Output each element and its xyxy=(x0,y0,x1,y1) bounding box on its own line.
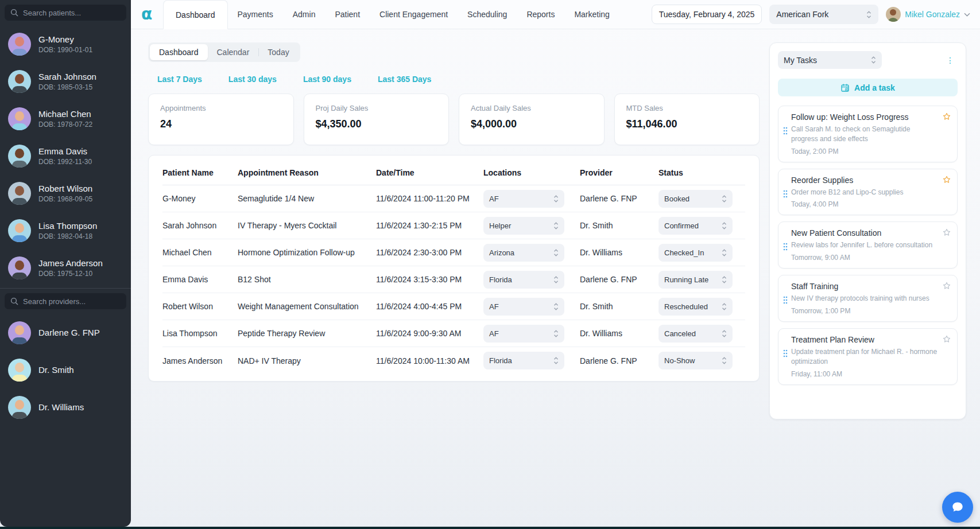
star-icon[interactable] xyxy=(942,112,951,121)
task-description: Update treatment plan for Michael R. - h… xyxy=(791,347,938,367)
status-select[interactable]: Confirmed xyxy=(659,217,733,235)
location-select-value: Florida xyxy=(489,275,512,284)
cell-datetime: 11/6/2024 1:30-2:15 PM xyxy=(376,221,483,230)
task-card[interactable]: Treatment Plan Review Update treatment p… xyxy=(778,328,958,385)
provider-list-item[interactable]: Dr. Williams xyxy=(0,388,131,426)
date-range-link[interactable]: Last 365 Days xyxy=(378,75,431,84)
status-select-value: Running Late xyxy=(664,275,708,284)
star-icon[interactable] xyxy=(942,175,951,184)
task-card[interactable]: Reorder Supplies Order more B12 and Lipo… xyxy=(778,169,958,216)
date-range-link[interactable]: Last 90 days xyxy=(303,75,351,84)
task-title: Treatment Plan Review xyxy=(791,335,938,344)
status-select[interactable]: Booked xyxy=(659,190,733,208)
provider-avatar xyxy=(8,359,31,382)
date-range-link[interactable]: Last 30 days xyxy=(228,75,277,84)
app-logo[interactable]: α xyxy=(141,6,158,22)
view-tab[interactable]: Today xyxy=(258,44,298,60)
content-area: Dashboard Calendar Today Last 7 Days Las… xyxy=(131,29,980,419)
nav-item[interactable]: Payments xyxy=(228,0,283,29)
patient-list-item[interactable]: Michael Chen DOB: 1978-07-22 xyxy=(0,100,131,137)
status-select[interactable]: Checked_In xyxy=(659,244,733,262)
table-row[interactable]: Lisa Thompson Peptide Therapy Review 11/… xyxy=(162,320,745,347)
app-root: G-Money DOB: 1990-01-01 Sarah Johnson DO… xyxy=(0,0,980,529)
task-card[interactable]: New Patient Consultation Review labs for… xyxy=(778,221,958,269)
star-icon[interactable] xyxy=(942,228,951,237)
chat-bubble-button[interactable] xyxy=(942,492,973,523)
cell-appointment-reason: Peptide Therapy Review xyxy=(238,329,376,338)
patient-dob: DOB: 1992-11-30 xyxy=(38,158,92,166)
view-tab[interactable]: Calendar xyxy=(208,44,259,60)
patient-list-item[interactable]: Lisa Thompson DOB: 1982-04-18 xyxy=(0,212,131,249)
location-select[interactable]: AF xyxy=(483,325,564,343)
status-select[interactable]: Running Late xyxy=(659,271,733,289)
provider-search-input[interactable] xyxy=(23,297,124,306)
drag-handle-icon[interactable] xyxy=(783,243,788,251)
status-select[interactable]: Canceled xyxy=(659,325,733,343)
cell-patient-name: Lisa Thompson xyxy=(162,329,238,338)
location-select[interactable]: American Fork xyxy=(769,5,878,24)
cell-datetime: 11/6/2024 2:30-3:00 PM xyxy=(376,248,483,257)
cell-datetime: 11/6/2024 10:00-11:30 AM xyxy=(376,356,483,365)
bottom-edge-strip xyxy=(0,527,980,529)
nav-item[interactable]: Scheduling xyxy=(458,0,517,29)
patient-list-item[interactable]: James Anderson DOB: 1975-12-10 xyxy=(0,249,131,286)
patient-list-item[interactable]: G-Money DOB: 1990-01-01 xyxy=(0,25,131,63)
provider-list-item[interactable]: Darlene G. FNP xyxy=(0,314,131,351)
nav-item[interactable]: Dashboard xyxy=(163,0,228,29)
location-select[interactable]: Helper xyxy=(483,217,564,235)
patient-list: G-Money DOB: 1990-01-01 Sarah Johnson DO… xyxy=(0,25,131,286)
table-row[interactable]: Michael Chen Hormone Optimization Follow… xyxy=(162,239,745,266)
user-name: Mikel Gonzalez xyxy=(905,10,960,19)
location-select[interactable]: AF xyxy=(483,190,564,208)
patient-list-item[interactable]: Robert Wilson DOB: 1968-09-05 xyxy=(0,174,131,212)
view-tab[interactable]: Dashboard xyxy=(150,44,208,60)
drag-handle-icon[interactable] xyxy=(783,190,788,198)
status-select[interactable]: Rescheduled xyxy=(659,298,733,316)
task-card[interactable]: Staff Training New IV therapy protocols … xyxy=(778,275,958,322)
nav-item[interactable]: Admin xyxy=(283,0,326,29)
date-range-link[interactable]: Last 7 Days xyxy=(157,75,202,84)
table-row[interactable]: Sarah Johnson IV Therapy - Myers Cocktai… xyxy=(162,212,745,239)
nav-item[interactable]: Client Engagement xyxy=(370,0,458,29)
cell-provider: Dr. Smith xyxy=(580,302,659,311)
patient-list-item[interactable]: Emma Davis DOB: 1992-11-30 xyxy=(0,137,131,174)
table-row[interactable]: G-Money Semaglutide 1/4 New 11/6/2024 11… xyxy=(162,185,745,212)
patient-search[interactable] xyxy=(5,5,126,21)
location-select[interactable]: Florida xyxy=(483,271,564,289)
table-row[interactable]: James Anderson NAD+ IV Therapy 11/6/2024… xyxy=(162,347,745,374)
stat-cards: Appointments 24 Proj Daily Sales $4,350.… xyxy=(148,94,760,145)
drag-handle-icon[interactable] xyxy=(783,127,788,135)
nav-item[interactable]: Marketing xyxy=(564,0,619,29)
updown-icon xyxy=(866,10,871,19)
kebab-menu-icon[interactable]: ⋮ xyxy=(943,56,958,64)
add-task-button[interactable]: Add a task xyxy=(778,79,958,96)
provider-list-item[interactable]: Dr. Smith xyxy=(0,351,131,388)
location-select[interactable]: Arizona xyxy=(483,244,564,262)
task-card[interactable]: Follow up: Weight Loss Progress Call Sar… xyxy=(778,106,958,162)
drag-handle-icon[interactable] xyxy=(783,296,788,304)
patient-list-item[interactable]: Sarah Johnson DOB: 1985-03-15 xyxy=(0,63,131,100)
star-icon[interactable] xyxy=(942,334,951,344)
drag-handle-icon[interactable] xyxy=(783,349,788,357)
cell-appointment-reason: NAD+ IV Therapy xyxy=(238,356,376,365)
nav-item[interactable]: Patient xyxy=(325,0,370,29)
appointments-table: Patient Name Appointment Reason Date/Tim… xyxy=(148,155,760,382)
provider-search[interactable] xyxy=(5,293,126,309)
star-icon[interactable] xyxy=(942,281,951,290)
divider xyxy=(0,288,131,289)
table-row[interactable]: Robert Wilson Weight Management Consulta… xyxy=(162,293,745,320)
tasks-filter-select[interactable]: My Tasks xyxy=(778,51,882,69)
status-select[interactable]: No-Show xyxy=(659,352,733,369)
date-range-filters: Last 7 Days Last 30 days Last 90 days La… xyxy=(157,75,760,84)
user-menu[interactable]: Mikel Gonzalez xyxy=(886,7,970,22)
table-row[interactable]: Emma Davis B12 Shot 11/6/2024 3:15-3:30 … xyxy=(162,266,745,293)
location-select[interactable]: Florida xyxy=(483,352,564,369)
top-bar: α Dashboard Payments Admin Patient Clien… xyxy=(131,0,980,29)
sidebar: G-Money DOB: 1990-01-01 Sarah Johnson DO… xyxy=(0,0,131,527)
cell-datetime: 11/6/2024 3:15-3:30 PM xyxy=(376,275,483,284)
column-header: Status xyxy=(659,168,745,177)
date-picker[interactable]: Tuesday, February 4, 2025 xyxy=(652,5,762,24)
location-select[interactable]: AF xyxy=(483,298,564,316)
patient-search-input[interactable] xyxy=(23,9,124,17)
nav-item[interactable]: Reports xyxy=(517,0,564,29)
